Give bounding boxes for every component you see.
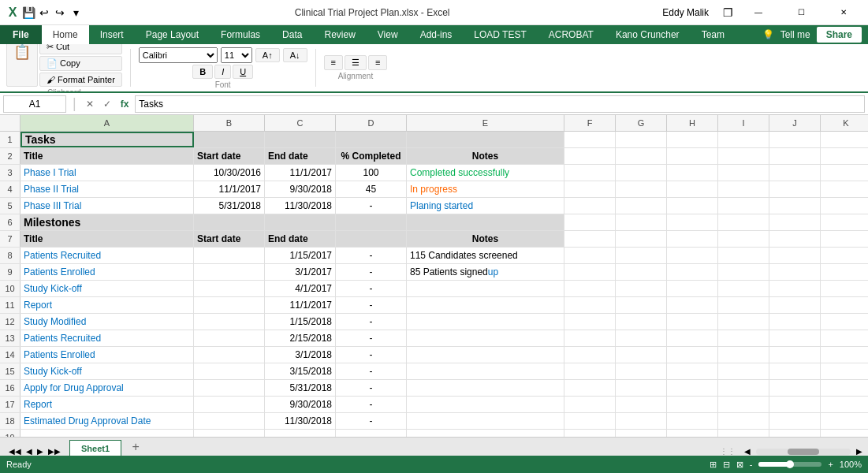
cell-a4[interactable]: Phase II Trial xyxy=(20,181,194,197)
cell-i6[interactable] xyxy=(718,214,769,230)
cell-c10[interactable]: 4/1/2017 xyxy=(265,281,336,296)
cell-d9[interactable]: - xyxy=(336,264,407,280)
cell-e4[interactable]: In progress xyxy=(407,181,564,197)
cell-d13[interactable]: - xyxy=(336,330,407,346)
cell-f6[interactable] xyxy=(564,214,616,230)
cell-c16[interactable]: 5/31/2018 xyxy=(265,380,336,396)
cell-c1[interactable] xyxy=(265,132,336,147)
cell-c4[interactable]: 9/30/2018 xyxy=(265,181,336,197)
cell-a7[interactable]: Title xyxy=(20,231,194,247)
cell-c18[interactable]: 11/30/2018 xyxy=(265,413,336,429)
cell-d2[interactable]: % Completed xyxy=(336,148,407,164)
cell-c7[interactable]: End date xyxy=(265,231,336,247)
cell-k13[interactable] xyxy=(821,330,868,346)
cell-f10[interactable] xyxy=(564,281,616,296)
cell-h17[interactable] xyxy=(667,397,718,412)
col-header-k[interactable]: K xyxy=(821,115,868,131)
cell-a17[interactable]: Report xyxy=(20,397,194,412)
cell-k6[interactable] xyxy=(821,214,868,230)
cell-h6[interactable] xyxy=(667,214,718,230)
cell-i3[interactable] xyxy=(718,165,769,181)
cell-i10[interactable] xyxy=(718,281,769,296)
cell-e11[interactable] xyxy=(407,297,564,313)
cell-h10[interactable] xyxy=(667,281,718,296)
cell-b8[interactable] xyxy=(194,248,265,263)
cell-h11[interactable] xyxy=(667,297,718,313)
cell-j6[interactable] xyxy=(769,214,821,230)
col-header-c[interactable]: C xyxy=(265,115,336,131)
cell-e7[interactable]: Notes xyxy=(407,231,564,247)
page-break-preview-icon[interactable]: ⊠ xyxy=(736,460,743,470)
restore-icon[interactable]: ❐ xyxy=(721,6,734,19)
cell-e18[interactable] xyxy=(407,413,564,429)
cell-g16[interactable] xyxy=(616,380,667,396)
scroll-left-tab-icon[interactable]: ◀◀ xyxy=(6,447,24,456)
col-header-b[interactable]: B xyxy=(194,115,265,131)
cell-f2[interactable] xyxy=(564,148,616,164)
cell-d1[interactable] xyxy=(336,132,407,147)
cell-e12[interactable] xyxy=(407,314,564,330)
cell-j13[interactable] xyxy=(769,330,821,346)
cell-j1[interactable] xyxy=(769,132,821,147)
cell-j11[interactable] xyxy=(769,297,821,313)
cell-b15[interactable] xyxy=(194,363,265,379)
col-header-g[interactable]: G xyxy=(616,115,667,131)
cell-c8[interactable]: 1/15/2017 xyxy=(265,248,336,263)
cell-e3[interactable]: Completed successfully xyxy=(407,165,564,181)
cell-k7[interactable] xyxy=(821,231,868,247)
cell-e5[interactable]: Planing started xyxy=(407,198,564,214)
cell-d6[interactable] xyxy=(336,214,407,230)
cell-h12[interactable] xyxy=(667,314,718,330)
cell-f12[interactable] xyxy=(564,314,616,330)
cell-f16[interactable] xyxy=(564,380,616,396)
cell-b6[interactable] xyxy=(194,214,265,230)
cell-g10[interactable] xyxy=(616,281,667,296)
cell-a19[interactable] xyxy=(20,430,194,437)
cell-i1[interactable] xyxy=(718,132,769,147)
bold-button[interactable]: B xyxy=(192,65,213,79)
cell-b4[interactable]: 11/1/2017 xyxy=(194,181,265,197)
tab-kano-cruncher[interactable]: Kano Cruncher xyxy=(605,25,691,44)
cell-b17[interactable] xyxy=(194,397,265,412)
cell-j9[interactable] xyxy=(769,264,821,280)
share-button[interactable]: Share xyxy=(817,27,862,43)
increase-font-button[interactable]: A↑ xyxy=(255,48,280,62)
col-header-d[interactable]: D xyxy=(336,115,407,131)
tab-loadtest[interactable]: LOAD TEST xyxy=(463,25,537,44)
cell-d12[interactable]: - xyxy=(336,314,407,330)
minimize-button[interactable]: — xyxy=(740,0,777,25)
paste-button[interactable]: 📋 xyxy=(6,44,38,87)
redo-icon[interactable]: ↪ xyxy=(54,6,66,19)
cell-d15[interactable]: - xyxy=(336,363,407,379)
col-header-e[interactable]: E xyxy=(407,115,564,131)
cell-d16[interactable]: - xyxy=(336,380,407,396)
cell-k10[interactable] xyxy=(821,281,868,296)
cell-b13[interactable] xyxy=(194,330,265,346)
cell-d5[interactable]: - xyxy=(336,198,407,214)
cell-j5[interactable] xyxy=(769,198,821,214)
cell-c17[interactable]: 9/30/2018 xyxy=(265,397,336,412)
cell-c15[interactable]: 3/15/2018 xyxy=(265,363,336,379)
add-sheet-button[interactable]: + xyxy=(126,439,145,455)
cell-f3[interactable] xyxy=(564,165,616,181)
cell-f18[interactable] xyxy=(564,413,616,429)
cell-e1[interactable] xyxy=(407,132,564,147)
scroll-right-icon[interactable]: ▶ xyxy=(854,447,865,456)
cell-f11[interactable] xyxy=(564,297,616,313)
cell-c2[interactable]: End date xyxy=(265,148,336,164)
cell-c12[interactable]: 1/15/2018 xyxy=(265,314,336,330)
cell-k14[interactable] xyxy=(821,347,868,363)
col-header-f[interactable]: F xyxy=(564,115,616,131)
cell-g15[interactable] xyxy=(616,363,667,379)
cell-j7[interactable] xyxy=(769,231,821,247)
cell-a16[interactable]: Apply for Drug Approval xyxy=(20,380,194,396)
cell-b2[interactable]: Start date xyxy=(194,148,265,164)
scroll-next-tab-icon[interactable]: ▶ xyxy=(35,447,46,456)
cell-i13[interactable] xyxy=(718,330,769,346)
cell-a9[interactable]: Patients Enrolled xyxy=(20,264,194,280)
cell-g7[interactable] xyxy=(616,231,667,247)
align-right-button[interactable]: ≡ xyxy=(368,55,387,70)
cell-i8[interactable] xyxy=(718,248,769,263)
cell-h5[interactable] xyxy=(667,198,718,214)
tab-formulas[interactable]: Formulas xyxy=(210,25,271,44)
